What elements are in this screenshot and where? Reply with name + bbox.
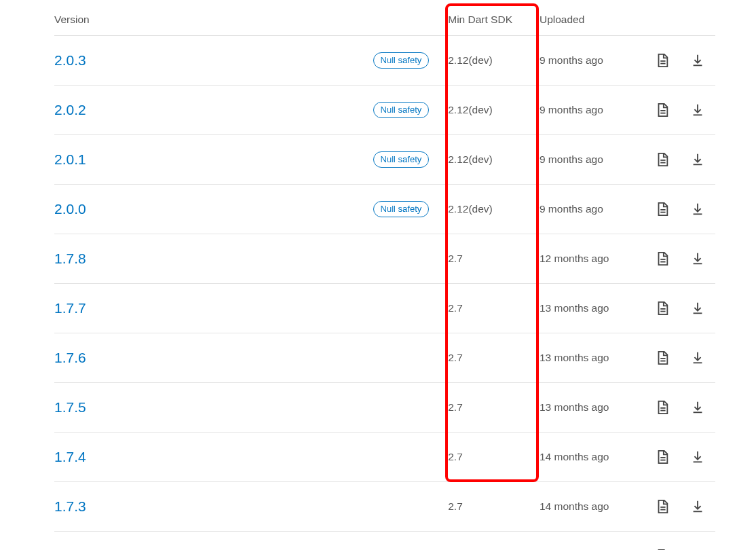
download-icon[interactable] — [690, 301, 705, 313]
version-link[interactable]: 2.0.1 — [54, 151, 86, 168]
download-icon[interactable] — [690, 153, 705, 164]
versions-table: Version Min Dart SDK Uploaded 2.0.3Null … — [54, 10, 715, 550]
min-sdk-cell: 2.12(dev) — [448, 185, 540, 234]
table-row: 1.7.62.713 months ago — [54, 333, 715, 383]
min-sdk-cell: 2.7 — [448, 532, 540, 551]
version-link[interactable]: 2.0.2 — [54, 102, 86, 118]
document-icon[interactable] — [655, 301, 670, 313]
min-sdk-cell: 2.7 — [448, 234, 540, 284]
uploaded-cell: 14 months ago — [540, 433, 645, 482]
version-link[interactable]: 1.7.3 — [54, 498, 86, 515]
document-icon[interactable] — [655, 54, 670, 65]
header-uploaded: Uploaded — [540, 10, 645, 36]
table-row: 2.0.1Null safety2.12(dev)9 months ago — [54, 135, 715, 185]
uploaded-cell: 9 months ago — [540, 185, 645, 234]
version-link[interactable]: 2.0.3 — [54, 52, 86, 69]
table-row: 2.0.3Null safety2.12(dev)9 months ago — [54, 36, 715, 86]
table-row: 2.0.0Null safety2.12(dev)9 months ago — [54, 185, 715, 234]
uploaded-cell: 12 months ago — [540, 234, 645, 284]
document-icon[interactable] — [655, 450, 670, 462]
min-sdk-cell: 2.7 — [448, 433, 540, 482]
version-link[interactable]: 1.7.4 — [54, 449, 86, 465]
version-link[interactable]: 1.7.8 — [54, 251, 86, 267]
uploaded-cell: 13 months ago — [540, 333, 645, 383]
download-icon[interactable] — [690, 103, 705, 115]
document-icon[interactable] — [655, 401, 670, 412]
document-icon[interactable] — [655, 351, 670, 363]
min-sdk-cell: 2.12(dev) — [448, 135, 540, 185]
uploaded-cell: 13 months ago — [540, 383, 645, 433]
download-icon[interactable] — [690, 351, 705, 363]
download-icon[interactable] — [690, 500, 705, 511]
document-icon[interactable] — [655, 500, 670, 511]
document-icon[interactable] — [655, 153, 670, 164]
table-row: 1.7.42.714 months ago — [54, 433, 715, 482]
table-row: 1.7.22.714 months ago — [54, 532, 715, 551]
uploaded-cell: 14 months ago — [540, 532, 645, 551]
table-row: 1.7.72.713 months ago — [54, 284, 715, 333]
uploaded-cell: 14 months ago — [540, 482, 645, 532]
download-icon[interactable] — [690, 401, 705, 412]
min-sdk-cell: 2.7 — [448, 284, 540, 333]
document-icon[interactable] — [655, 103, 670, 115]
table-row: 1.7.52.713 months ago — [54, 383, 715, 433]
version-link[interactable]: 1.7.5 — [54, 399, 86, 416]
min-sdk-cell: 2.12(dev) — [448, 86, 540, 135]
version-link[interactable]: 2.0.0 — [54, 201, 86, 217]
download-icon[interactable] — [690, 202, 705, 214]
null-safety-badge: Null safety — [373, 201, 430, 217]
version-link[interactable]: 1.7.7 — [54, 300, 86, 316]
download-icon[interactable] — [690, 252, 705, 263]
uploaded-cell: 13 months ago — [540, 284, 645, 333]
min-sdk-cell: 2.7 — [448, 333, 540, 383]
uploaded-cell: 9 months ago — [540, 135, 645, 185]
table-row: 2.0.2Null safety2.12(dev)9 months ago — [54, 86, 715, 135]
version-link[interactable]: 1.7.6 — [54, 350, 86, 366]
header-download — [680, 10, 715, 36]
document-icon[interactable] — [655, 252, 670, 263]
header-version: Version — [54, 10, 448, 36]
min-sdk-cell: 2.7 — [448, 482, 540, 532]
uploaded-cell: 9 months ago — [540, 86, 645, 135]
null-safety-badge: Null safety — [373, 151, 430, 168]
download-icon[interactable] — [690, 54, 705, 65]
download-icon[interactable] — [690, 450, 705, 462]
header-doc — [645, 10, 680, 36]
min-sdk-cell: 2.7 — [448, 383, 540, 433]
table-row: 1.7.82.712 months ago — [54, 234, 715, 284]
null-safety-badge: Null safety — [373, 52, 430, 69]
table-row: 1.7.32.714 months ago — [54, 482, 715, 532]
uploaded-cell: 9 months ago — [540, 36, 645, 86]
null-safety-badge: Null safety — [373, 102, 430, 118]
document-icon[interactable] — [655, 202, 670, 214]
header-min-sdk: Min Dart SDK — [448, 10, 540, 36]
min-sdk-cell: 2.12(dev) — [448, 36, 540, 86]
